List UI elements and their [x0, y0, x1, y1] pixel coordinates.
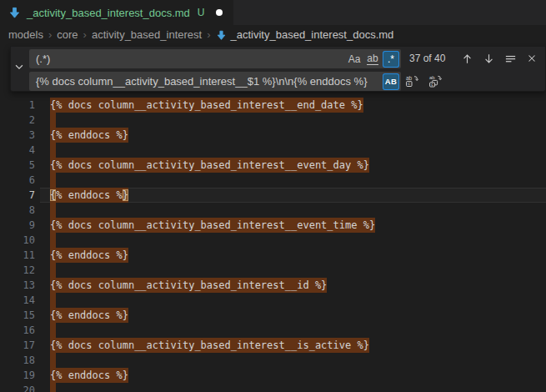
line-number: 7 — [0, 188, 35, 203]
next-match-button[interactable] — [479, 49, 498, 68]
find-replace-widget: (.*) Aa ab .* 37 of 40 — [10, 47, 546, 92]
find-in-selection-button[interactable] — [501, 49, 519, 68]
find-match-highlight — [50, 203, 56, 218]
line-number: 2 — [0, 113, 35, 128]
code-text: {% enddocs %} — [50, 248, 128, 263]
line-number: 20 — [0, 383, 35, 392]
code-area[interactable]: 1{% docs column__activity_based_interest… — [0, 43, 546, 392]
previous-match-button[interactable] — [458, 49, 476, 68]
markdown-file-icon — [8, 7, 21, 19]
code-line[interactable]: 9{% docs column__activity_based_interest… — [0, 218, 546, 233]
breadcrumb: models›core›activity_based_interest› _ac… — [0, 25, 546, 43]
breadcrumb-separator: › — [83, 28, 87, 41]
replace-all-button[interactable]: ab c — [426, 72, 444, 90]
code-line[interactable]: 20 — [0, 383, 546, 392]
replace-all-icon: ab c — [428, 74, 442, 88]
code-line[interactable]: 18 — [0, 353, 546, 368]
code-text — [50, 383, 56, 392]
find-input-value: (.*) — [29, 53, 346, 65]
code-line[interactable]: 16 — [0, 323, 546, 338]
code-line[interactable]: 15{% enddocs %} — [0, 308, 546, 323]
find-match-highlight: {% docs column__activity_based_interest_… — [50, 278, 327, 293]
svg-text:ab: ab — [406, 75, 413, 81]
find-match-highlight — [50, 353, 56, 368]
code-text: {% docs column__activity_based_interest_… — [50, 158, 369, 173]
replace-input[interactable]: {% docs column__activity_based_interest_… — [29, 72, 401, 91]
find-match-highlight — [50, 293, 56, 308]
tab-filename: _activity_based_interest_docs.md — [27, 7, 190, 19]
line-number: 11 — [0, 248, 35, 263]
code-line[interactable]: 8 — [0, 203, 546, 218]
regex-toggle[interactable]: .* — [383, 51, 399, 68]
match-results-count: 37 of 40 — [409, 49, 445, 68]
arrow-down-icon — [483, 53, 495, 65]
svg-text:c: c — [408, 81, 410, 86]
toggle-replace-button[interactable] — [11, 47, 28, 90]
find-match-highlight: {% docs column__activity_based_interest_… — [50, 218, 375, 233]
line-number: 4 — [0, 143, 35, 158]
modified-dot-icon[interactable] — [216, 9, 223, 16]
line-number: 1 — [0, 98, 35, 113]
replace-icon: ab c — [405, 74, 418, 88]
code-text: {% docs column__activity_based_interest_… — [50, 98, 363, 113]
line-number: 5 — [0, 158, 35, 173]
code-text: {% docs column__activity_based_interest_… — [50, 338, 369, 353]
line-number: 8 — [0, 203, 35, 218]
close-icon — [526, 53, 538, 64]
find-input[interactable]: (.*) Aa ab .* — [29, 49, 401, 68]
find-match-highlight: {% enddocs %} — [50, 188, 128, 203]
code-line[interactable]: 4 — [0, 143, 546, 158]
code-line[interactable]: 11{% enddocs %} — [0, 248, 546, 263]
whole-word-toggle[interactable]: ab — [364, 51, 381, 68]
code-line[interactable]: 2 — [0, 113, 546, 128]
breadcrumb-item[interactable]: models — [8, 28, 43, 41]
code-text: {% enddocs %} — [50, 128, 128, 143]
find-match-highlight: {% docs column__activity_based_interest_… — [50, 338, 369, 353]
code-line[interactable]: 3{% enddocs %} — [0, 128, 546, 143]
breadcrumb-separator: › — [207, 28, 210, 41]
breadcrumb-item[interactable]: activity_based_interest — [92, 28, 202, 41]
find-match-highlight: {% docs column__activity_based_interest_… — [50, 98, 363, 113]
line-number: 12 — [0, 263, 35, 278]
line-number: 19 — [0, 368, 35, 383]
arrow-up-icon — [461, 53, 473, 65]
code-line[interactable]: 7{% enddocs %} — [0, 188, 546, 203]
code-line[interactable]: 10 — [0, 233, 546, 248]
line-number: 15 — [0, 308, 35, 323]
code-line[interactable]: 6 — [0, 173, 546, 188]
find-match-highlight — [50, 143, 56, 158]
git-status-badge: U — [198, 7, 205, 18]
line-number: 17 — [0, 338, 35, 353]
tab-active-file[interactable]: _activity_based_interest_docs.md U — [0, 0, 233, 25]
code-line[interactable]: 5{% docs column__activity_based_interest… — [0, 158, 546, 173]
find-match-highlight — [50, 383, 56, 392]
code-text: {% enddocs %} — [50, 308, 128, 323]
line-number: 16 — [0, 323, 35, 338]
selection-lines-icon — [504, 53, 517, 65]
replace-button[interactable]: ab c — [403, 72, 421, 90]
line-number: 9 — [0, 218, 35, 233]
code-line[interactable]: 19{% enddocs %} — [0, 368, 546, 383]
code-line[interactable]: 14 — [0, 293, 546, 308]
find-match-highlight: {% enddocs %} — [50, 368, 128, 383]
code-line[interactable]: 13{% docs column__activity_based_interes… — [0, 278, 546, 293]
breadcrumb-item[interactable]: core — [57, 28, 78, 41]
find-match-highlight — [50, 323, 56, 338]
close-find-button[interactable] — [523, 49, 541, 68]
code-line[interactable]: 17{% docs column__activity_based_interes… — [0, 338, 546, 353]
line-number: 3 — [0, 128, 35, 143]
breadcrumb-item-file[interactable]: _activity_based_interest_docs.md — [231, 28, 394, 41]
chevron-down-icon — [13, 61, 25, 76]
match-case-toggle[interactable]: Aa — [346, 51, 363, 68]
find-match-highlight — [50, 113, 56, 128]
code-line[interactable]: 1{% docs column__activity_based_interest… — [0, 98, 546, 113]
line-number: 13 — [0, 278, 35, 293]
svg-text:ab: ab — [429, 75, 435, 80]
find-match-highlight — [50, 263, 56, 278]
bracket-match-highlight: } — [123, 189, 128, 201]
preserve-case-toggle[interactable]: AB — [383, 73, 399, 90]
find-match-highlight — [50, 233, 56, 248]
code-text: {% enddocs %} — [50, 368, 128, 383]
code-line[interactable]: 12 — [0, 263, 546, 278]
code-text: {% enddocs %} — [50, 188, 128, 203]
